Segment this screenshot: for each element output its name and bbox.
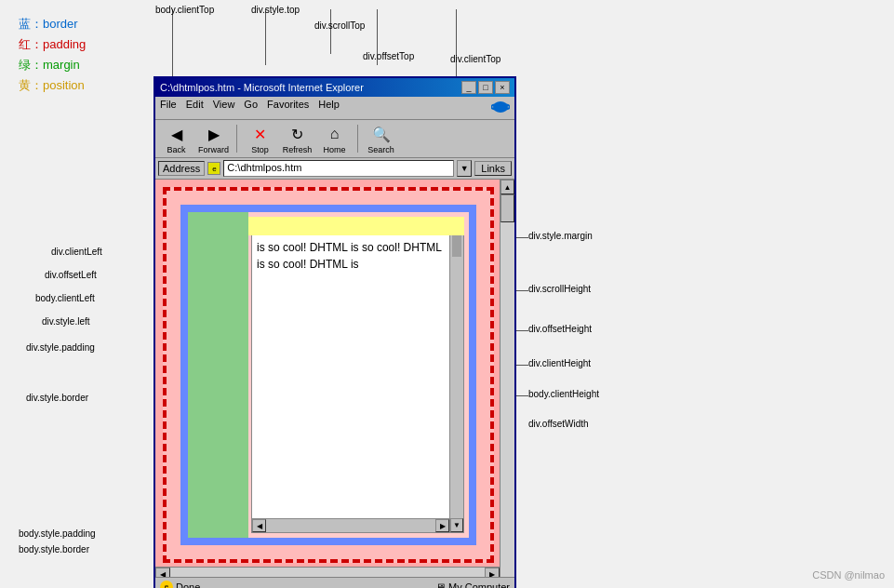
ie-vscroll-thumb[interactable] bbox=[500, 194, 514, 222]
div-border-layer: ▲ ▼ ◀ ▶ is so cool! DHTML is bbox=[180, 205, 476, 545]
legend-position: 黄：position bbox=[19, 75, 86, 96]
ann-line-body-clienttop bbox=[172, 9, 173, 79]
ann-line-div-offsettop bbox=[377, 9, 378, 65]
ie-toolbar-sep2 bbox=[357, 125, 358, 153]
ie-refresh-icon: ↻ bbox=[287, 123, 309, 145]
ann-label-div-style-top: div.style.top bbox=[251, 5, 300, 15]
yellow-position-bar bbox=[248, 217, 464, 235]
body-padding-layer: ▲ ▼ ◀ ▶ is so cool! DHTML is bbox=[163, 187, 494, 563]
ann-line-div-style-top bbox=[265, 9, 266, 65]
ann-label-div-offsetwidth: div.offsetWidth bbox=[528, 419, 589, 429]
content-vscrollbar[interactable]: ▲ ▼ bbox=[449, 218, 463, 532]
ie-browser-window: C:\dhtmlpos.htm - Microsoft Internet Exp… bbox=[153, 76, 516, 588]
legend: 蓝：border 红：padding 绿：margin 黄：position bbox=[19, 14, 86, 96]
ie-back-label: Back bbox=[167, 145, 185, 154]
ie-search-icon: 🔍 bbox=[370, 123, 393, 145]
ie-minimize-button[interactable]: _ bbox=[461, 81, 476, 94]
ie-status-right: 🖥 My Computer bbox=[435, 581, 510, 589]
ie-home-label: Home bbox=[323, 145, 345, 154]
ie-titlebar: C:\dhtmlpos.htm - Microsoft Internet Exp… bbox=[155, 78, 514, 97]
ann-label-body-style-border: body.style.border bbox=[19, 544, 89, 555]
ie-toolbar: ◀ Back ▶ Forward ✕ Stop ↻ Refresh ⌂ Home bbox=[155, 120, 514, 158]
ie-window-buttons: _ □ × bbox=[461, 81, 510, 94]
ie-window-title: C:\dhtmlpos.htm - Microsoft Internet Exp… bbox=[160, 82, 364, 93]
ie-search-label: Search bbox=[367, 145, 394, 154]
ie-content-area: ▲ ▼ ◀ ▶ is so cool! DHTML is bbox=[155, 180, 514, 588]
ie-addressbar: Address e C:\dhtmlpos.htm ▼ Links bbox=[155, 158, 514, 180]
ie-home-icon: ⌂ bbox=[324, 123, 346, 145]
ie-address-input[interactable]: C:\dhtmlpos.htm bbox=[223, 160, 454, 177]
hscroll-right-btn[interactable]: ▶ bbox=[435, 519, 449, 532]
hscroll-left-btn[interactable]: ◀ bbox=[252, 519, 266, 532]
ie-back-button[interactable]: ◀ Back bbox=[160, 123, 193, 154]
ie-menu-favorites[interactable]: Favorites bbox=[267, 99, 309, 117]
legend-padding: 红：padding bbox=[19, 34, 86, 55]
ie-menu-edit[interactable]: Edit bbox=[186, 99, 204, 117]
ann-label-div-scrollheight: div.scrollHeight bbox=[528, 284, 591, 294]
ie-forward-button[interactable]: ▶ Forward bbox=[197, 123, 230, 154]
green-margin-layer bbox=[188, 212, 248, 538]
ann-label-body-clientleft: body.clientLeft bbox=[35, 293, 95, 303]
ie-back-icon: ◀ bbox=[166, 123, 188, 145]
ie-stop-label: Stop bbox=[251, 145, 269, 154]
ie-status-computer-icon: 🖥 bbox=[435, 581, 446, 589]
ie-close-button[interactable]: × bbox=[495, 81, 510, 94]
ann-label-div-clientleft: div.clientLeft bbox=[51, 247, 102, 257]
ann-label-div-style-border: div.style.border bbox=[26, 393, 88, 403]
ie-refresh-label: Refresh bbox=[283, 145, 313, 154]
div-content-box[interactable]: ▲ ▼ ◀ ▶ is so cool! DHTML is bbox=[251, 217, 464, 533]
ie-statusbar: e Done 🖥 My Computer bbox=[155, 577, 514, 588]
div-padding-layer: ▲ ▼ ◀ ▶ is so cool! DHTML is bbox=[188, 212, 469, 538]
svg-point-0 bbox=[493, 101, 508, 113]
ie-menu-file[interactable]: File bbox=[160, 99, 177, 117]
ie-forward-icon: ▶ bbox=[203, 123, 225, 145]
ie-toolbar-sep1 bbox=[236, 125, 237, 153]
ann-label-div-style-left: div.style.left bbox=[42, 316, 90, 327]
ie-search-button[interactable]: 🔍 Search bbox=[365, 123, 397, 154]
legend-border: 蓝：border bbox=[19, 14, 86, 34]
ann-line-div-clienttop bbox=[456, 9, 457, 76]
ann-label-div-offsettop: div.offsetTop bbox=[363, 51, 414, 61]
ann-label-div-offsetheight: div.offsetHeight bbox=[528, 324, 592, 334]
ann-label-div-offsetleft: div.offsetLeft bbox=[45, 270, 97, 280]
ie-status-text: Done bbox=[176, 581, 200, 589]
vscroll-down-btn[interactable]: ▼ bbox=[450, 518, 463, 532]
ann-label-div-clienttop: div.clientTop bbox=[450, 54, 500, 64]
main-container: 蓝：border 红：padding 绿：margin 黄：position b… bbox=[0, 0, 894, 588]
ann-label-div-scrolltop: div.scrollTop bbox=[314, 20, 365, 31]
ie-stop-icon: ✕ bbox=[249, 123, 272, 145]
ie-links-button[interactable]: Links bbox=[474, 161, 512, 176]
ann-line-div-scrolltop bbox=[330, 9, 331, 54]
ie-vscroll-up[interactable]: ▲ bbox=[500, 180, 514, 194]
ann-label-body-clientheight: body.clientHeight bbox=[528, 389, 599, 399]
ie-address-dropdown[interactable]: ▼ bbox=[457, 160, 472, 177]
ann-label-div-style-margin: div.style.margin bbox=[528, 231, 593, 241]
ie-forward-label: Forward bbox=[198, 145, 229, 154]
ie-status-icon: e bbox=[160, 581, 173, 589]
ann-label-div-style-padding: div.style.padding bbox=[26, 342, 95, 353]
vscroll-thumb[interactable] bbox=[452, 234, 461, 257]
watermark: CSDN @nilmao bbox=[812, 569, 885, 581]
ie-status-computer-text: My Computer bbox=[448, 581, 510, 589]
ann-label-div-clientheight: div.clientHeight bbox=[528, 358, 591, 368]
ie-menu-go[interactable]: Go bbox=[244, 99, 258, 117]
content-hscrollbar[interactable]: ◀ ▶ bbox=[252, 518, 449, 532]
legend-margin: 绿：margin bbox=[19, 55, 86, 75]
ie-menu-help[interactable]: Help bbox=[318, 99, 340, 117]
ie-home-button[interactable]: ⌂ Home bbox=[318, 123, 351, 154]
ie-address-icon: e bbox=[207, 162, 220, 175]
ie-menubar: File Edit View Go Favorites Help bbox=[155, 97, 514, 120]
ie-refresh-button[interactable]: ↻ Refresh bbox=[281, 123, 314, 154]
ie-menu-view[interactable]: View bbox=[213, 99, 235, 117]
ie-address-label: Address bbox=[158, 161, 205, 176]
ie-vscrollbar[interactable]: ▲ ▼ bbox=[500, 180, 514, 588]
ie-logo-icon bbox=[491, 99, 510, 115]
ie-vscroll-track bbox=[500, 194, 514, 583]
ann-label-body-style-padding: body.style.padding bbox=[19, 528, 96, 539]
ie-stop-button[interactable]: ✕ Stop bbox=[244, 123, 276, 154]
ie-maximize-button[interactable]: □ bbox=[478, 81, 493, 94]
ann-label-body-clienttop: body.clientTop bbox=[155, 5, 214, 15]
